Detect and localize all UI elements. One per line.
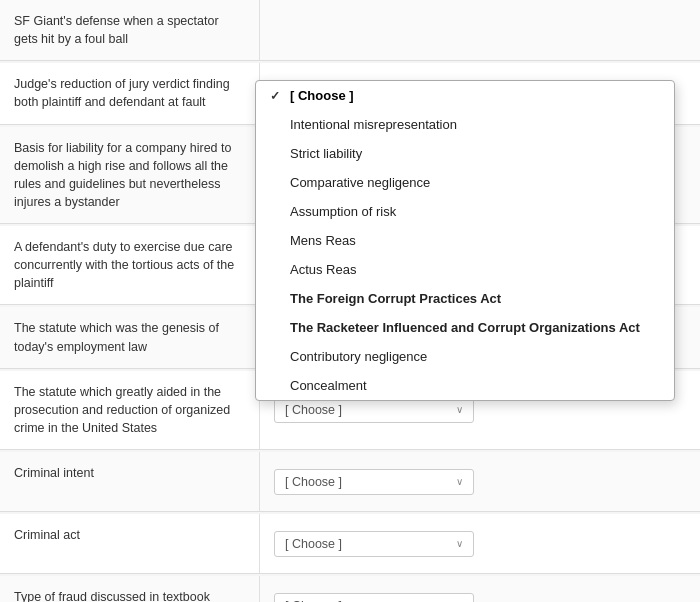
dropdown-item-label: Mens Reas xyxy=(290,233,660,248)
question-text: SF Giant's defense when a spectator gets… xyxy=(14,14,219,46)
answer-cell xyxy=(260,0,700,60)
question-cell: The statute which was the genesis of tod… xyxy=(0,307,260,367)
question-text: Type of fraud discussed in textbook xyxy=(14,590,210,602)
question-text: Criminal act xyxy=(14,528,80,542)
checkmark-icon: ✓ xyxy=(270,89,284,103)
question-cell: Criminal intent xyxy=(0,452,260,511)
question-text: A defendant's duty to exercise due care … xyxy=(14,240,234,290)
dropdown-item[interactable]: The Foreign Corrupt Practices Act xyxy=(256,284,674,313)
question-text: Judge's reduction of jury verdict findin… xyxy=(14,77,230,109)
question-cell: Judge's reduction of jury verdict findin… xyxy=(0,63,260,123)
dropdown-item[interactable]: Strict liability xyxy=(256,139,674,168)
quiz-row: Type of fraud discussed in textbook [ Ch… xyxy=(0,576,700,602)
question-cell: Criminal act xyxy=(0,514,260,573)
quiz-container: SF Giant's defense when a spectator gets… xyxy=(0,0,700,602)
answer-select-8[interactable]: [ Choose ] ∨ xyxy=(274,531,474,557)
question-text: The statute which greatly aided in the p… xyxy=(14,385,230,435)
select-label: [ Choose ] xyxy=(285,475,342,489)
dropdown-item-label: Comparative negligence xyxy=(290,175,660,190)
dropdown-item-label: The Racketeer Influenced and Corrupt Org… xyxy=(290,320,660,335)
quiz-row: SF Giant's defense when a spectator gets… xyxy=(0,0,700,61)
select-label: [ Choose ] xyxy=(285,403,342,417)
select-label: [ Choose ] xyxy=(285,537,342,551)
quiz-row: Criminal act [ Choose ] ∨ xyxy=(0,514,700,574)
chevron-down-icon: ∨ xyxy=(456,404,463,415)
dropdown-item[interactable]: Mens Reas xyxy=(256,226,674,255)
dropdown-item[interactable]: Assumption of risk xyxy=(256,197,674,226)
quiz-row: Criminal intent [ Choose ] ∨ xyxy=(0,452,700,512)
question-cell: Type of fraud discussed in textbook xyxy=(0,576,260,602)
question-cell: SF Giant's defense when a spectator gets… xyxy=(0,0,260,60)
question-cell: A defendant's duty to exercise due care … xyxy=(0,226,260,304)
question-text: Basis for liability for a company hired … xyxy=(14,141,231,209)
question-cell: The statute which greatly aided in the p… xyxy=(0,371,260,449)
answer-cell: [ Choose ] ∨ xyxy=(260,514,700,573)
dropdown-item-label: [ Choose ] xyxy=(290,88,660,103)
dropdown-item[interactable]: ✓[ Choose ] xyxy=(256,81,674,110)
dropdown-menu: ✓[ Choose ]Intentional misrepresentation… xyxy=(255,80,675,401)
answer-cell: [ Choose ] ∨ xyxy=(260,576,700,602)
chevron-down-icon: ∨ xyxy=(456,476,463,487)
select-label: [ Choose ] xyxy=(285,599,342,603)
question-text: Criminal intent xyxy=(14,466,94,480)
question-cell: Basis for liability for a company hired … xyxy=(0,127,260,224)
dropdown-item-label: Concealment xyxy=(290,378,660,393)
dropdown-item[interactable]: Concealment xyxy=(256,371,674,400)
dropdown-item[interactable]: Contributory negligence xyxy=(256,342,674,371)
dropdown-item-label: Assumption of risk xyxy=(290,204,660,219)
dropdown-item-label: Intentional misrepresentation xyxy=(290,117,660,132)
dropdown-item-label: Strict liability xyxy=(290,146,660,161)
dropdown-item-label: Contributory negligence xyxy=(290,349,660,364)
chevron-down-icon: ∨ xyxy=(456,538,463,549)
dropdown-item[interactable]: The Racketeer Influenced and Corrupt Org… xyxy=(256,313,674,342)
answer-cell: [ Choose ] ∨ xyxy=(260,452,700,511)
dropdown-item-label: Actus Reas xyxy=(290,262,660,277)
dropdown-item[interactable]: Intentional misrepresentation xyxy=(256,110,674,139)
dropdown-item[interactable]: Actus Reas xyxy=(256,255,674,284)
question-text: The statute which was the genesis of tod… xyxy=(14,321,219,353)
answer-select-9[interactable]: [ Choose ] ∨ xyxy=(274,593,474,603)
dropdown-item-label: The Foreign Corrupt Practices Act xyxy=(290,291,660,306)
dropdown-item[interactable]: Comparative negligence xyxy=(256,168,674,197)
answer-select-7[interactable]: [ Choose ] ∨ xyxy=(274,469,474,495)
